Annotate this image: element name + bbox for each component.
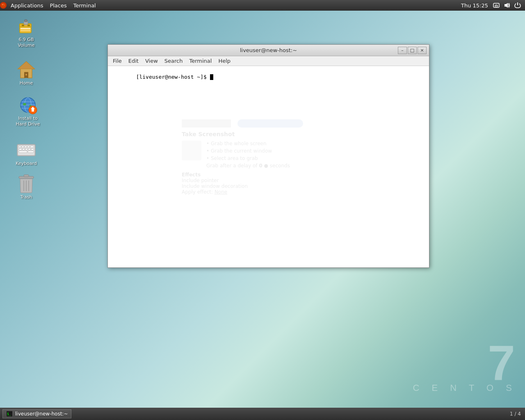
panel-left: Applications Places Terminal [0,0,459,11]
terminal-menu-file[interactable]: File [110,57,125,65]
desktop-icon-volume[interactable]: 6.9 GBVolume [10,15,43,50]
prompt-text: [liveuser@new-host ~]$ [136,74,210,80]
taskbar: $_ liveuser@new-host:~ 1 / 4 [0,408,525,420]
svg-rect-42 [19,151,27,153]
maximize-button[interactable]: □ [408,47,417,54]
terminal-menubar: File Edit View Search Terminal Help [108,56,429,66]
svg-rect-15 [22,25,24,26]
terminal-menu-search[interactable]: Search [161,57,186,65]
home-label: Home [20,80,33,86]
svg-rect-32 [19,146,21,148]
volume-icon[interactable] [503,1,511,9]
terminal-titlebar: liveuser@new-host:~ – □ × [108,45,429,56]
svg-marker-18 [18,62,34,69]
keyboard-label: Keyboard [16,161,37,167]
install-label: Install toHard Drive [16,116,40,128]
terminal-content[interactable]: [liveuser@new-host ~]$ Take Screenshot •… [108,66,429,267]
keyboard-icon-img [16,140,36,160]
svg-point-0 [1,3,5,7]
svg-rect-35 [27,146,30,148]
svg-rect-14 [25,20,27,22]
taskbar-left: $_ liveuser@new-host:~ [2,409,71,418]
svg-rect-37 [19,148,22,150]
svg-text:$_: $_ [7,412,11,416]
svg-point-3 [4,5,5,5]
svg-rect-12 [21,30,30,31]
close-button[interactable]: × [418,47,427,54]
trash-icon-img [16,174,36,194]
svg-rect-40 [28,148,30,150]
svg-rect-45 [24,175,29,177]
svg-rect-41 [31,148,34,150]
power-icon[interactable] [514,1,522,9]
svg-rect-16 [27,25,30,26]
taskbar-terminal-item[interactable]: $_ liveuser@new-host:~ [2,409,71,418]
svg-marker-8 [504,3,508,8]
install-icon-img [18,95,38,115]
svg-rect-11 [21,28,30,29]
taskbar-terminal-label: liveuser@new-host:~ [15,411,68,417]
centos-text: C E N T O S [413,383,517,393]
svg-rect-36 [30,146,34,148]
svg-point-26 [23,103,26,105]
minimize-button[interactable]: – [398,47,407,54]
applications-menu[interactable]: Applications [7,0,46,11]
taskbar-pager[interactable]: 1 / 4 [510,411,523,417]
terminal-window: liveuser@new-host:~ – □ × File Edit View… [107,44,429,268]
terminal-menu[interactable]: Terminal [70,0,99,11]
desktop-icon-home[interactable]: Home [10,58,43,88]
trash-label: Trash [20,194,32,200]
desktop-icon-keyboard[interactable]: Keyboard [10,139,43,168]
places-menu[interactable]: Places [46,0,70,11]
svg-point-2 [3,4,4,5]
terminal-prompt-line: [liveuser@new-host ~]$ [110,68,427,86]
svg-rect-33 [22,146,24,148]
panel-right: Thu 15:25 [459,1,525,9]
home-icon-img [16,60,36,80]
centos-watermark: 7 [488,338,517,387]
terminal-cursor [210,74,213,80]
terminal-menu-view[interactable]: View [142,57,161,65]
top-panel: Applications Places Terminal Thu 15:25 [0,0,525,11]
terminal-title: liveuser@new-host:~ [110,47,427,53]
volume-label: 6.9 GBVolume [18,37,35,49]
clock: Thu 15:25 [459,2,490,9]
gnome-foot-icon[interactable] [0,2,7,9]
svg-rect-39 [25,148,27,150]
terminal-menu-terminal[interactable]: Terminal [186,57,215,65]
desktop-icon-install[interactable]: Install toHard Drive [10,94,46,129]
desktop: Applications Places Terminal Thu 15:25 [0,0,525,420]
terminal-faded-overlay: Take Screenshot • Grab the whole screen … [182,78,428,195]
network-icon[interactable] [492,1,500,9]
svg-rect-34 [25,146,27,148]
svg-point-4 [4,5,4,6]
svg-rect-38 [23,148,25,150]
desktop-icon-trash[interactable]: Trash [10,172,43,202]
taskbar-terminal-icon: $_ [6,411,13,417]
terminal-menu-edit[interactable]: Edit [125,57,142,65]
terminal-menu-help[interactable]: Help [215,57,234,65]
svg-rect-20 [25,74,27,75]
terminal-controls: – □ × [398,47,427,54]
volume-icon-img [16,16,36,36]
svg-rect-43 [28,151,34,153]
